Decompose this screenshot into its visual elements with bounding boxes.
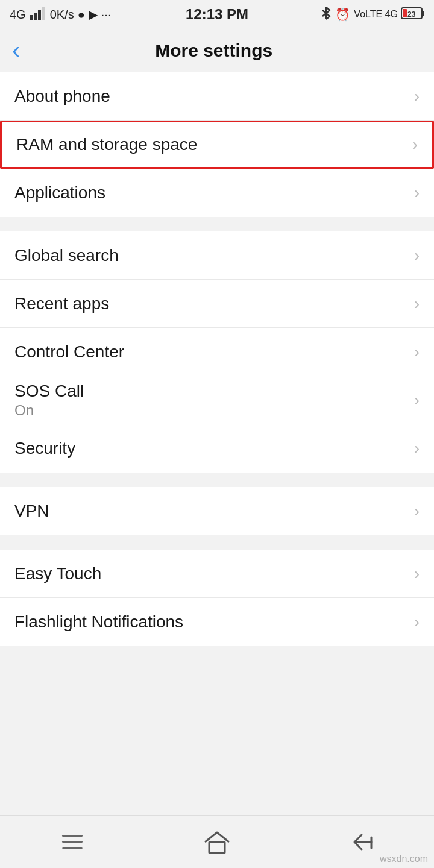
volte-icon: VoLTE 4G [354, 9, 398, 20]
ram-storage-label: RAM and storage space [16, 135, 197, 154]
status-right: ⏰ VoLTE 4G 23 [321, 7, 424, 23]
section-gap-4 [0, 646, 434, 661]
recent-apps-item[interactable]: Recent apps › [0, 280, 434, 328]
control-center-chevron: › [414, 342, 420, 362]
status-time: 12:13 PM [186, 6, 248, 23]
menu-button[interactable] [48, 824, 96, 860]
easy-touch-chevron: › [414, 564, 420, 583]
bottom-nav [0, 815, 434, 868]
settings-list: About phone › RAM and storage space › Ap… [0, 72, 434, 721]
back-button[interactable]: ‹ [12, 37, 30, 64]
svg-rect-0 [30, 15, 33, 20]
easy-touch-label: Easy Touch [14, 564, 101, 583]
ram-storage-item[interactable]: RAM and storage space › [0, 121, 434, 169]
vpn-label: VPN [14, 502, 49, 521]
svg-rect-8 [209, 842, 225, 853]
flashlight-notifications-label: Flashlight Notifications [14, 612, 183, 632]
section-4: Easy Touch › Flashlight Notifications › [0, 550, 434, 646]
section-gap-2 [0, 473, 434, 487]
sos-call-label: SOS Call [14, 382, 84, 401]
youtube-icon: ▶ [89, 7, 98, 22]
back-nav-icon [348, 831, 375, 853]
flashlight-notifications-chevron: › [414, 612, 420, 632]
about-phone-chevron: › [414, 87, 420, 106]
home-button[interactable] [193, 824, 241, 860]
page-title: More settings [30, 40, 422, 61]
security-label: Security [14, 439, 75, 458]
recent-apps-label: Recent apps [14, 294, 109, 313]
more-icons: ··· [101, 8, 112, 22]
svg-rect-2 [38, 10, 41, 20]
battery-icon: 23 [401, 7, 424, 23]
section-1: About phone › RAM and storage space › Ap… [0, 72, 434, 217]
network-info: 4G [10, 8, 26, 22]
data-speed: 0K/s [50, 8, 74, 22]
applications-chevron: › [414, 183, 420, 203]
svg-rect-1 [34, 13, 37, 20]
svg-rect-5 [422, 11, 424, 16]
sos-call-sublabel: On [14, 402, 84, 419]
svg-rect-6 [403, 9, 407, 17]
alarm-icon: ⏰ [335, 7, 350, 22]
whatsapp-icon: ● [78, 8, 85, 22]
vpn-chevron: › [414, 502, 420, 521]
bluetooth-icon [321, 7, 332, 23]
global-search-label: Global search [14, 246, 119, 265]
control-center-item[interactable]: Control Center › [0, 328, 434, 376]
status-bar: 4G 0K/s ● ▶ ··· 12:13 PM ⏰ VoLTE 4G [0, 0, 434, 29]
top-nav: ‹ More settings [0, 29, 434, 72]
security-chevron: › [414, 439, 420, 458]
flashlight-notifications-item[interactable]: Flashlight Notifications › [0, 598, 434, 646]
about-phone-label: About phone [14, 87, 110, 106]
global-search-chevron: › [414, 246, 420, 265]
svg-text:23: 23 [407, 10, 416, 19]
sos-call-item[interactable]: SOS Call On › [0, 376, 434, 424]
global-search-item[interactable]: Global search › [0, 231, 434, 280]
security-item[interactable]: Security › [0, 424, 434, 473]
hamburger-icon [62, 835, 83, 849]
section-2: Global search › Recent apps › Control Ce… [0, 231, 434, 473]
easy-touch-item[interactable]: Easy Touch › [0, 550, 434, 598]
about-phone-item[interactable]: About phone › [0, 72, 434, 121]
section-gap-3 [0, 535, 434, 550]
applications-label: Applications [14, 183, 105, 203]
recent-apps-chevron: › [414, 294, 420, 313]
signal-bars [30, 7, 46, 23]
back-nav-button[interactable] [338, 824, 386, 860]
svg-rect-3 [42, 7, 45, 20]
status-left: 4G 0K/s ● ▶ ··· [10, 7, 111, 23]
section-gap-1 [0, 217, 434, 231]
watermark: wsxdn.com [380, 854, 428, 864]
home-icon [204, 830, 230, 854]
control-center-label: Control Center [14, 342, 124, 362]
applications-item[interactable]: Applications › [0, 169, 434, 217]
section-3: VPN › [0, 487, 434, 535]
vpn-item[interactable]: VPN › [0, 487, 434, 535]
sos-call-chevron: › [414, 391, 420, 410]
ram-storage-chevron: › [412, 135, 418, 154]
